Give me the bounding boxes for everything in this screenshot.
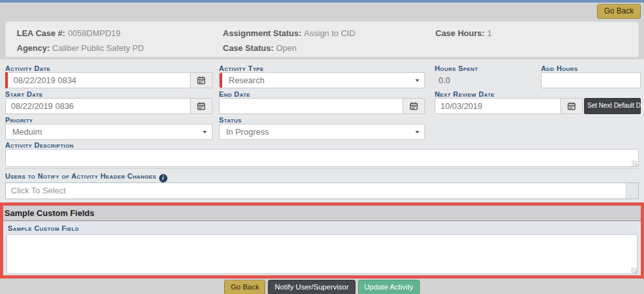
activity-form: Activity Date Activity Type Research Hou… — [0, 59, 644, 202]
chevron-down-icon — [415, 79, 419, 82]
next-review-date-calendar-button[interactable] — [561, 98, 583, 114]
section-divider — [5, 168, 639, 169]
go-back-button-top[interactable]: Go Back — [597, 4, 641, 19]
activity-description-label: Activity Description — [5, 141, 74, 149]
hours-spent-value: 0.0 — [439, 75, 450, 85]
assignment-status-value: Assign to CID — [304, 28, 355, 38]
add-hours-label: Add Hours — [541, 64, 578, 72]
add-hours-group — [541, 72, 641, 88]
case-status-value: Open — [276, 43, 297, 53]
lea-case-label: LEA Case #: — [17, 28, 65, 38]
set-next-default-date-button[interactable]: Set Next Default Date — [584, 98, 641, 114]
agency-label: Agency: — [17, 43, 50, 53]
end-date-input[interactable] — [219, 98, 403, 114]
go-back-button-bottom[interactable]: Go Back — [224, 280, 265, 294]
activity-date-calendar-button[interactable] — [191, 72, 213, 88]
case-status-label: Case Status: — [223, 43, 274, 53]
sample-custom-field-textarea[interactable] — [6, 234, 638, 274]
users-to-notify-tail — [625, 183, 638, 199]
footer-actions: Go Back Notify User/Supervisor Update Ac… — [0, 280, 644, 294]
case-summary-panel: LEA Case #:0058DMPD19 Agency:Caliber Pub… — [5, 21, 639, 57]
resize-grip-icon[interactable] — [631, 268, 637, 273]
case-hours-value: 1 — [488, 28, 492, 38]
info-icon[interactable]: i — [159, 174, 167, 182]
next-review-date-group — [435, 98, 583, 114]
hours-spent-label: Hours Spent — [435, 64, 478, 72]
activity-description-textarea[interactable] — [5, 149, 639, 167]
activity-type-value: Research — [222, 75, 415, 85]
users-to-notify-placeholder: Click To Select — [6, 183, 625, 199]
assignment-status-label: Assignment Status: — [223, 28, 301, 38]
end-date-calendar-button[interactable] — [403, 98, 425, 114]
users-to-notify-select[interactable]: Click To Select — [5, 182, 639, 199]
activity-date-input[interactable] — [8, 72, 191, 88]
next-review-date-input[interactable] — [435, 98, 561, 114]
activity-date-group — [5, 72, 213, 88]
calendar-icon — [567, 102, 576, 110]
chevron-down-icon — [415, 131, 419, 133]
users-to-notify-label-text: Users to Notify of Activity Header Chang… — [5, 172, 156, 180]
agency: Agency:Caliber Public Safety PD — [17, 43, 144, 53]
calendar-icon — [197, 102, 205, 110]
status-label: Status — [219, 116, 242, 124]
notify-user-supervisor-button[interactable]: Notify User/Supervisor — [268, 280, 355, 294]
activity-date-label: Activity Date — [5, 64, 50, 72]
start-date-label: Start Date — [5, 90, 43, 98]
calendar-icon — [197, 76, 205, 84]
end-date-label: End Date — [219, 90, 251, 98]
next-review-date-label: Next Review Date — [435, 90, 495, 98]
activity-type-label: Activity Type — [219, 64, 264, 72]
end-date-group — [219, 98, 425, 114]
sample-custom-field-label: Sample Custom Field — [8, 224, 79, 232]
add-hours-input[interactable] — [541, 72, 641, 88]
resize-grip-icon[interactable] — [632, 161, 638, 166]
priority-select[interactable]: Meduim — [5, 124, 213, 140]
sample-custom-fields-section: Sample Custom Fields Sample Custom Field — [0, 202, 644, 279]
case-activity-screen: Go Back LEA Case #:0058DMPD19 Agency:Cal… — [0, 0, 644, 294]
top-accent-bar — [0, 0, 644, 3]
start-date-group — [5, 98, 213, 114]
start-date-input[interactable] — [5, 98, 191, 114]
status-value: In Progress — [220, 127, 415, 137]
priority-label: Priority — [5, 116, 33, 124]
activity-type-select[interactable]: Research — [219, 72, 425, 88]
status-select[interactable]: In Progress — [219, 124, 425, 140]
calendar-icon — [410, 102, 418, 110]
lea-case-value: 0058DMPD19 — [68, 28, 120, 38]
update-activity-button[interactable]: Update Activity — [358, 280, 420, 294]
lea-case-number: LEA Case #:0058DMPD19 — [17, 28, 120, 38]
start-date-calendar-button[interactable] — [191, 98, 213, 114]
case-status: Case Status:Open — [223, 43, 297, 53]
case-hours-label: Case Hours: — [435, 28, 485, 38]
chevron-down-icon — [203, 131, 207, 133]
agency-value: Caliber Public Safety PD — [52, 43, 144, 53]
sample-custom-fields-header: Sample Custom Fields — [3, 206, 641, 221]
case-hours: Case Hours:1 — [435, 28, 492, 38]
assignment-status: Assignment Status:Assign to CID — [223, 28, 355, 38]
users-to-notify-label: Users to Notify of Activity Header Chang… — [5, 172, 167, 182]
priority-value: Meduim — [6, 127, 203, 137]
